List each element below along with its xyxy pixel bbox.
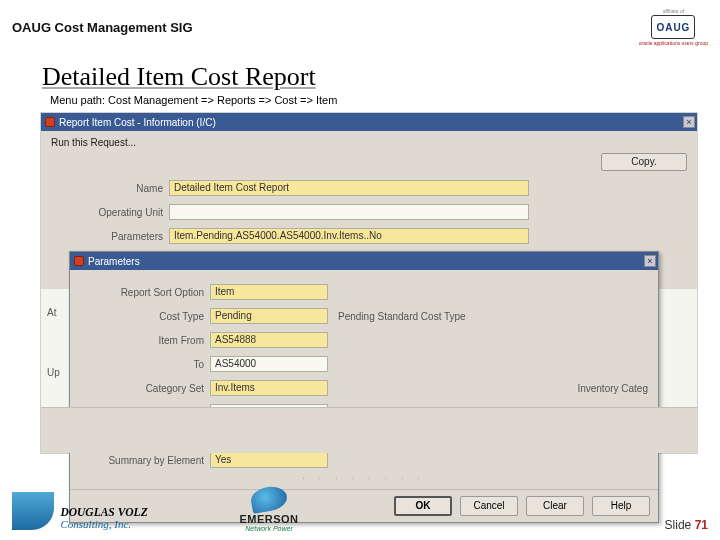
parameters-titlebar: Parameters × xyxy=(70,252,658,270)
cost-type-field[interactable]: Pending xyxy=(210,308,328,324)
cost-type-description: Pending Standard Cost Type xyxy=(338,311,466,322)
menu-path: Menu path: Cost Management => Reports =>… xyxy=(50,94,720,106)
emerson-logo: EMERSON Network Power xyxy=(214,487,324,532)
category-set-description: Inventory Categ xyxy=(577,383,648,394)
item-to-field[interactable]: AS54000 xyxy=(210,356,328,372)
app-icon xyxy=(45,117,55,127)
dv-swoosh-icon xyxy=(12,492,54,530)
category-set-label: Category Set xyxy=(80,383,210,394)
item-from-label: Item From xyxy=(80,335,210,346)
footer-logos: DOUGLAS VOLZ Consulting, Inc. EMERSON Ne… xyxy=(12,487,324,532)
truncated-label-at: At xyxy=(47,307,56,318)
app-icon xyxy=(74,256,84,266)
summary-label: Summary by Element xyxy=(80,455,210,466)
oracle-forms-screenshot: Report Item Cost - Information (I/C) × R… xyxy=(40,112,698,454)
main-window-titlebar: Report Item Cost - Information (I/C) × xyxy=(41,113,697,131)
close-icon[interactable]: × xyxy=(644,255,656,267)
name-label: Name xyxy=(51,183,169,194)
copy-button[interactable]: Copy. xyxy=(601,153,687,171)
slide-header: OAUG Cost Management SIG affiliate of OA… xyxy=(0,0,720,54)
page-title: Detailed Item Cost Report xyxy=(42,62,720,92)
item-from-field[interactable]: AS54888 xyxy=(210,332,328,348)
cost-type-label: Cost Type xyxy=(80,311,210,322)
form-bottom-area xyxy=(41,407,697,453)
oaug-logo-box: OAUG xyxy=(651,15,695,39)
oaug-logo: affiliate of OAUG oracle applications us… xyxy=(639,8,708,46)
summary-field[interactable]: Yes xyxy=(210,452,328,468)
parameters-label: Parameters xyxy=(51,231,169,242)
slide-number: Slide 71 xyxy=(665,518,708,532)
close-icon[interactable]: × xyxy=(683,116,695,128)
name-field[interactable]: Detailed Item Cost Report xyxy=(169,180,529,196)
run-request-label: Run this Request... xyxy=(51,137,687,148)
truncated-label-up: Up xyxy=(47,367,60,378)
emerson-swoosh-icon xyxy=(249,484,289,514)
sort-option-field[interactable]: Item xyxy=(210,284,328,300)
operating-unit-label: Operating Unit xyxy=(51,207,169,218)
category-set-field[interactable]: Inv.Items xyxy=(210,380,328,396)
slide-footer: DOUGLAS VOLZ Consulting, Inc. EMERSON Ne… xyxy=(12,480,708,532)
sig-title: OAUG Cost Management SIG xyxy=(12,20,193,35)
sort-option-label: Report Sort Option xyxy=(80,287,210,298)
operating-unit-field[interactable] xyxy=(169,204,529,220)
item-to-label: To xyxy=(80,359,210,370)
window-title: Report Item Cost - Information (I/C) xyxy=(59,117,216,128)
parameters-window-title: Parameters xyxy=(88,256,140,267)
parameters-field[interactable]: Item.Pending.AS54000.AS54000.Inv.Items..… xyxy=(169,228,529,244)
douglas-volz-logo: DOUGLAS VOLZ Consulting, Inc. xyxy=(12,492,182,532)
